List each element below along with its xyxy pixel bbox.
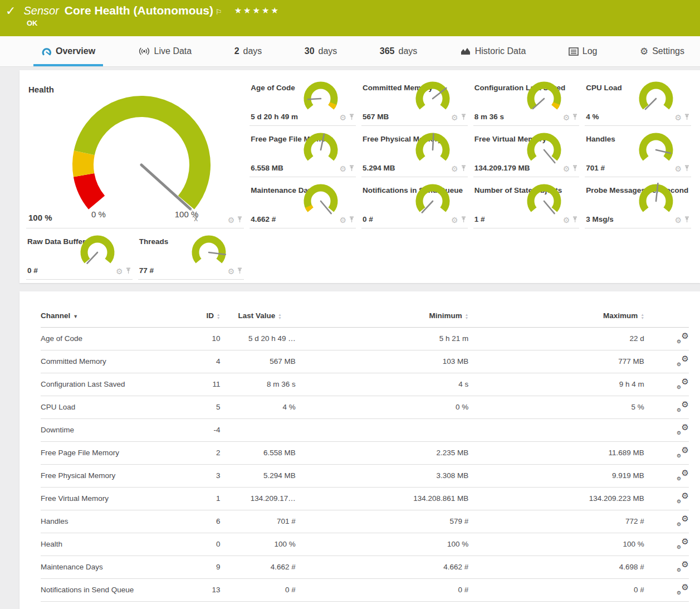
channel-settings-gears-icon[interactable]: ⚙⚙ [677,561,689,572]
gauge-pin-icon[interactable] [461,215,467,225]
sensor-header: ✓ Sensor Core Health (Autonomous) ⚐ ★★★★… [0,0,700,36]
gauge-pin-icon[interactable] [572,113,578,123]
gauge-gear-icon[interactable]: ⚙ [451,216,458,224]
cell-actions: ⚙⚙ [644,350,689,373]
gauge-value: 134.209.179 MB [474,164,530,172]
gauge-gear-icon[interactable]: ⚙ [451,114,458,121]
channel-settings-gears-icon[interactable]: ⚙⚙ [677,446,689,457]
gauge-grid: Health x̄0 %100 % 100 % ⚙ Age of Code 5 … [19,70,700,283]
sort-icon: ▲▼ [465,313,468,319]
cell-minimum: 103 MB [296,350,469,373]
sort-icon: ▲▼ [278,313,281,319]
cell-minimum [296,418,469,441]
channel-settings-gears-icon[interactable]: ⚙⚙ [677,583,689,595]
cell-id: 13 [180,578,220,601]
cell-channel[interactable]: Free Virtual Memory [41,487,180,510]
channel-settings-gears-icon[interactable]: ⚙⚙ [677,401,689,412]
gauge-pin-icon[interactable] [684,113,690,123]
gauge-pin-icon[interactable] [349,215,355,225]
tab-historic-data[interactable]: Historic Data [452,36,534,66]
cell-actions: ⚙⚙ [644,578,689,601]
cell-channel[interactable]: Downtime [41,418,180,441]
channel-settings-gears-icon[interactable]: ⚙⚙ [677,538,689,549]
tab-log[interactable]: Log [561,36,605,66]
channel-settings-gears-icon[interactable]: ⚙⚙ [677,332,689,343]
gauge-gear-icon[interactable]: ⚙ [451,165,458,173]
cell-channel[interactable]: Free Page File Memory [41,441,180,464]
column-header-minimum[interactable]: Minimum▲▼ [296,305,469,327]
gauge-pin-icon[interactable] [349,113,355,123]
gauge-icon [41,47,52,56]
channel-settings-gears-icon[interactable]: ⚙⚙ [677,355,689,366]
cell-id: 2 [180,441,220,464]
column-header-last-value[interactable]: Last Value▲▼ [221,305,296,327]
gauge-gear-icon[interactable]: ⚙ [563,114,570,121]
channel-settings-gears-icon[interactable]: ⚙⚙ [677,423,689,435]
channel-settings-gears-icon[interactable]: ⚙⚙ [677,515,689,526]
column-header-maximum[interactable]: Maximum▲▼ [468,305,644,327]
gauge-dial [637,80,675,119]
channel-settings-gears-icon[interactable]: ⚙⚙ [677,378,689,389]
cell-minimum: 4 s [296,373,469,396]
gauge-pin-icon[interactable] [237,266,243,276]
column-header-id[interactable]: ID▲▼ [180,305,220,327]
tab-365-days[interactable]: 365days [372,36,425,66]
gauge-gear-icon[interactable]: ⚙ [228,267,235,275]
tab-overview[interactable]: Overview [33,36,103,66]
gauge-title: Threads [139,237,169,246]
priority-stars[interactable]: ★★★★★ [234,6,280,16]
gauge-card: Free Virtual Memory 134.209.179 MB ⚙ [473,126,580,177]
tab-2-days[interactable]: 2days [227,36,270,66]
cell-maximum: 9 h 4 m [468,373,644,396]
tab-live-data[interactable]: Live Data [130,36,200,66]
gauge-gear-icon[interactable]: ⚙ [339,114,346,121]
gauge-pin-icon[interactable] [349,164,355,174]
cell-minimum: 4.662 # [296,556,469,578]
gauge-value: 567 MB [363,113,389,121]
gauge-gear-icon[interactable]: ⚙ [674,165,682,173]
cell-last-value: 4.662 # [221,556,296,578]
gauge-gear-icon[interactable]: ⚙ [674,216,682,224]
tab-30-days[interactable]: 30days [297,36,345,66]
cell-channel[interactable]: Notifications in Send Queue [41,578,180,601]
gauge-pin-icon[interactable] [125,266,131,276]
channel-settings-gears-icon[interactable]: ⚙⚙ [677,469,689,480]
gauge-pin-icon[interactable] [572,215,578,225]
gauge-gear-icon[interactable]: ⚙ [339,165,346,173]
channels-table: Channel▼ ID▲▼ Last Value▲▼ Minimum▲▼ Max… [41,305,689,602]
gauge-pin-icon[interactable] [572,164,578,174]
cell-id: 6 [180,510,220,533]
cell-maximum: 134.209.223 MB [468,487,644,510]
cell-channel[interactable]: Health [41,533,180,556]
gauge-gear-icon[interactable]: ⚙ [228,216,235,224]
gauge-pin-icon[interactable] [684,164,690,174]
gauge-dial [413,131,452,170]
tab-settings[interactable]: ⚙ Settings [632,36,692,66]
sort-desc-icon: ▼ [73,314,78,319]
column-header-channel[interactable]: Channel▼ [41,305,180,327]
status-badge: OK [27,19,38,27]
gauge-value: 100 % [28,213,52,222]
gauge-gear-icon[interactable]: ⚙ [674,114,682,121]
cell-channel[interactable]: Handles [41,510,180,533]
cell-id: 11 [180,373,220,396]
cell-channel[interactable]: Free Physical Memory [41,464,180,487]
gauge-pin-icon[interactable] [461,113,467,123]
gauge-gear-icon[interactable]: ⚙ [563,216,570,224]
cell-channel[interactable]: CPU Load [41,396,180,418]
gauge-dial [637,183,675,222]
gauge-pin-icon[interactable] [684,215,690,225]
channel-settings-gears-icon[interactable]: ⚙⚙ [677,492,689,503]
cell-channel[interactable]: Committed Memory [41,350,180,373]
gauge-gear-icon[interactable]: ⚙ [563,165,570,173]
gauge-gear-icon[interactable]: ⚙ [116,267,123,275]
gauge-card: CPU Load 4 % ⚙ [585,75,691,126]
cell-channel[interactable]: Age of Code [41,327,180,350]
gauge-pin-icon[interactable] [461,164,467,174]
cell-maximum: 5 % [468,396,644,418]
gauge-gear-icon[interactable]: ⚙ [339,216,346,224]
cell-channel[interactable]: Maintenance Days [41,556,180,578]
priority-flag-icon[interactable]: ⚐ [216,8,222,16]
gauge-pin-icon[interactable] [237,215,243,225]
cell-channel[interactable]: Configuration Last Saved [41,373,180,396]
